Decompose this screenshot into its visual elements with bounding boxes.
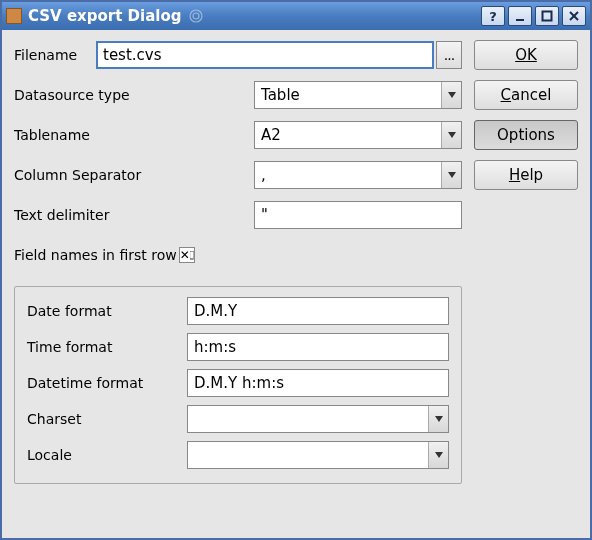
- locale-combo[interactable]: [187, 441, 449, 469]
- maximize-button[interactable]: [535, 6, 559, 26]
- field-names-checkbox[interactable]: ✕: [179, 247, 195, 263]
- svg-rect-3: [543, 12, 552, 21]
- column-separator-value: ,: [255, 162, 441, 188]
- close-button[interactable]: [562, 6, 586, 26]
- svg-marker-10: [435, 452, 443, 458]
- time-format-label: Time format: [27, 339, 187, 355]
- help-titlebar-button[interactable]: ?: [481, 6, 505, 26]
- chevron-down-icon[interactable]: [428, 406, 448, 432]
- svg-marker-8: [448, 172, 456, 178]
- tablename-combo[interactable]: A2: [254, 121, 462, 149]
- app-icon: [6, 8, 22, 24]
- help-button[interactable]: Help: [474, 160, 578, 190]
- svg-point-0: [190, 10, 202, 22]
- chevron-down-icon[interactable]: [441, 122, 461, 148]
- column-separator-label: Column Separator: [14, 167, 254, 183]
- titlebar[interactable]: CSV export Dialog ?: [2, 2, 590, 30]
- time-format-input[interactable]: [187, 333, 449, 361]
- svg-marker-6: [448, 92, 456, 98]
- locale-value: [188, 442, 428, 468]
- browse-button[interactable]: ...: [436, 41, 462, 69]
- chevron-down-icon[interactable]: [441, 82, 461, 108]
- tablename-value: A2: [255, 122, 441, 148]
- ok-button[interactable]: OK: [474, 40, 578, 70]
- charset-combo[interactable]: [187, 405, 449, 433]
- datasource-type-combo[interactable]: Table: [254, 81, 462, 109]
- charset-value: [188, 406, 428, 432]
- text-delimiter-input[interactable]: [254, 201, 462, 229]
- chevron-down-icon[interactable]: [441, 162, 461, 188]
- datasource-type-value: Table: [255, 82, 441, 108]
- chevron-down-icon[interactable]: [428, 442, 448, 468]
- filename-input[interactable]: [96, 41, 434, 69]
- csv-export-dialog: CSV export Dialog ? Filename ... Datasou…: [0, 0, 592, 540]
- datasource-type-label: Datasource type: [14, 87, 254, 103]
- format-group: Date format Time format Datetime format …: [14, 286, 462, 484]
- field-names-label: Field names in first row: [14, 247, 177, 263]
- filename-label: Filename: [14, 47, 96, 63]
- cancel-button[interactable]: Cancel: [474, 80, 578, 110]
- svg-marker-9: [435, 416, 443, 422]
- locale-label: Locale: [27, 447, 187, 463]
- datetime-format-label: Datetime format: [27, 375, 187, 391]
- svg-marker-7: [448, 132, 456, 138]
- svg-point-1: [193, 13, 199, 19]
- column-separator-combo[interactable]: ,: [254, 161, 462, 189]
- date-format-label: Date format: [27, 303, 187, 319]
- date-format-input[interactable]: [187, 297, 449, 325]
- window-title: CSV export Dialog: [28, 7, 182, 25]
- options-button[interactable]: Options: [474, 120, 578, 150]
- tablename-label: Tablename: [14, 127, 254, 143]
- decoration-swirl-icon: [188, 8, 204, 24]
- text-delimiter-label: Text delimiter: [14, 207, 254, 223]
- charset-label: Charset: [27, 411, 187, 427]
- datetime-format-input[interactable]: [187, 369, 449, 397]
- minimize-button[interactable]: [508, 6, 532, 26]
